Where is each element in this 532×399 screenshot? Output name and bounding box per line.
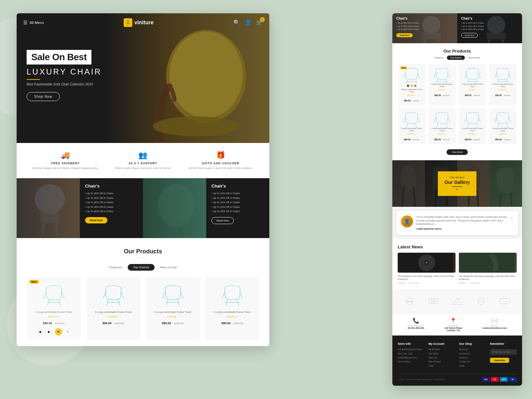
- product-next-btn[interactable]: ▶: [46, 328, 53, 335]
- svg-point-1: [170, 32, 243, 118]
- product-price-old-3: $120.00: [174, 322, 184, 325]
- footer-shop-item[interactable]: Contact Us: [459, 352, 486, 355]
- color-dot-red[interactable]: [414, 84, 417, 87]
- nav-menu[interactable]: ☰ All Menu: [23, 20, 44, 25]
- right-product-name-3: X-long comfortable Frame There: [461, 83, 484, 87]
- footer-shop-item[interactable]: About Us: [459, 348, 486, 351]
- feature-gifts: 🎁 GIFTS AND VOUCHER All Gift Cards expir…: [182, 151, 259, 170]
- right-product-stars-3: ★★★★☆: [461, 88, 484, 91]
- svg-line-52: [465, 73, 466, 78]
- product-card-3: X-Long comfortable Frame There ★★★★☆ $90…: [146, 277, 200, 339]
- right-product-price-7: $90.00: [465, 138, 471, 141]
- footer-shop-item[interactable]: About Us: [459, 356, 486, 359]
- svg-point-7: [158, 184, 194, 226]
- gallery-chair-4: [490, 160, 522, 207]
- right-product-pricing-3: $90.00 $120.00: [461, 91, 484, 97]
- svg-line-53: [479, 73, 480, 78]
- hero-chair-illustration: [120, 20, 259, 143]
- right-product-tabs: Features Top Ratted New Arrival: [398, 56, 517, 60]
- cart-button[interactable]: 🛒 0: [256, 19, 263, 26]
- newsletter-email-input[interactable]: [490, 349, 517, 355]
- email-icon: ✉️: [482, 318, 506, 324]
- hamburger-icon[interactable]: ☰: [23, 20, 28, 25]
- view-more-button[interactable]: View More: [447, 149, 468, 155]
- footer-account-item[interactable]: New Product: [429, 360, 456, 363]
- product-cart-btn[interactable]: +: [64, 328, 71, 335]
- footer-account-item[interactable]: Wish List: [429, 356, 456, 359]
- news-grid: The standard Lorem Ipsum passage, used s…: [398, 253, 517, 284]
- svg-line-26: [226, 300, 227, 306]
- product-stars-3: ★★★★☆: [150, 315, 196, 318]
- color-dot-yellow[interactable]: [410, 84, 413, 87]
- right-product-price-2: $90.00: [434, 94, 441, 96]
- footer-store-item: New York, USA: [398, 352, 425, 355]
- footer-newsletter-title: Newsletter: [490, 342, 517, 345]
- testimonial-expand-icon[interactable]: +: [510, 215, 513, 221]
- right-chair-svg-4: [493, 66, 513, 84]
- gallery-down-arrow: ▼: [445, 188, 470, 191]
- footer-shop-item[interactable]: Contact Us: [459, 360, 486, 363]
- product-controls-1: ◀ ▶ ♥ +: [31, 328, 77, 335]
- promo-read-now-2[interactable]: Read Now: [211, 217, 234, 224]
- right-tab-top-ratted[interactable]: Top Ratted: [447, 56, 465, 60]
- footer-bottom: © 2019 - Viniture. All rights reserved b…: [398, 374, 517, 382]
- promo-image-1: [17, 178, 80, 238]
- footer-columns: Store Info 123 Building Street Road New …: [398, 342, 517, 369]
- promo-content-1: Chair's Up To 30% Off In Chairs Up To 30…: [80, 178, 143, 238]
- site-logo[interactable]: 🪑 viniture: [124, 18, 154, 27]
- footer-account-item[interactable]: Order: [429, 365, 456, 367]
- svg-text:CHOIRS: CHOIRS: [502, 301, 507, 303]
- payment-amex: AMEX: [500, 377, 508, 382]
- left-panel: ☰ All Menu 🪑 viniture 🔍 👤 🛒 0 Sale On Be…: [17, 13, 269, 346]
- right-products-title: Our Products: [398, 49, 517, 54]
- svg-line-34: [438, 39, 439, 43]
- footer-store-item: 123 Building Street Road: [398, 348, 425, 351]
- tab-features[interactable]: Features: [104, 264, 128, 271]
- product-card-2: X-Long comfortable Frame There ★★★★☆ $90…: [86, 277, 140, 339]
- promo-list-item: Up To 30% Off In Chairs: [85, 209, 138, 214]
- product-price-old-2: $120.00: [114, 322, 124, 325]
- tab-top-ratted[interactable]: Top Ratted: [128, 264, 155, 271]
- svg-line-15: [62, 292, 64, 298]
- color-dot-dark[interactable]: [407, 84, 409, 87]
- gallery-image-1: [392, 160, 425, 207]
- product-prev-btn[interactable]: ◀: [36, 328, 44, 335]
- right-product-4: X-long comfortable Frame There ★★★★☆ $90…: [489, 64, 517, 105]
- chair-promos: Chair's Up To 30% Off In Chairs Up To 30…: [17, 178, 269, 238]
- svg-line-61: [404, 117, 405, 122]
- footer-shop-item[interactable]: Order: [459, 365, 486, 367]
- right-tab-features[interactable]: Features: [431, 56, 447, 60]
- hero-subtitle: LUXURY CHAIR: [27, 67, 102, 76]
- right-product-price-old-3: $120.00: [473, 94, 480, 96]
- promo-read-now-1[interactable]: Read Now: [85, 217, 107, 223]
- product-name-3: X-Long comfortable Frame There: [150, 311, 196, 314]
- user-icon[interactable]: 👤: [245, 19, 251, 26]
- svg-text:WILLIES: WILLIES: [478, 301, 484, 303]
- right-product-price-6: $90.00: [434, 138, 441, 141]
- promo-image-2: [143, 178, 206, 238]
- footer-account-item[interactable]: My Account: [429, 348, 456, 351]
- search-icon[interactable]: 🔍: [233, 19, 240, 26]
- footer-copyright: © 2019 - Viniture. All rights reserved b…: [398, 378, 445, 380]
- footer-account-item[interactable]: Cart Items: [429, 352, 456, 355]
- svg-line-16: [107, 300, 108, 306]
- product-price-old-4: $120.00: [233, 322, 243, 325]
- product-name-4: X-Long comfortable Frame There: [209, 311, 255, 314]
- news-desc-1: The standard Lorem Ipsum passage, used s…: [398, 275, 456, 281]
- promo-list-item: Up To 10% Off In Chairs: [211, 200, 264, 205]
- support-icon: 👥: [104, 151, 182, 160]
- svg-line-79: [435, 190, 436, 206]
- svg-text:BOSS: BOSS: [431, 301, 436, 303]
- product-fav-btn[interactable]: ♥: [55, 328, 62, 335]
- right-product-stars-8: ★★★★☆: [491, 133, 515, 135]
- svg-point-31: [422, 16, 441, 34]
- tab-new-arrival[interactable]: New Arrival: [155, 264, 182, 271]
- hero-cta-button[interactable]: Shop Now: [27, 92, 60, 101]
- gallery-label: This Season Our Gallery ▼: [438, 172, 476, 196]
- right-product-stars-4: ★★★★☆: [491, 88, 515, 91]
- newsletter-subscribe-button[interactable]: Subscribe: [490, 358, 509, 363]
- right-tab-new-arrival[interactable]: New Arrival: [465, 56, 483, 60]
- partners-section: BRAND BOSS ELITE WILLIES CHOIRS: [392, 289, 522, 313]
- product-stars-4: ★★★★☆: [209, 315, 255, 318]
- right-product-pricing-2: $90.00 $120.00: [430, 91, 454, 97]
